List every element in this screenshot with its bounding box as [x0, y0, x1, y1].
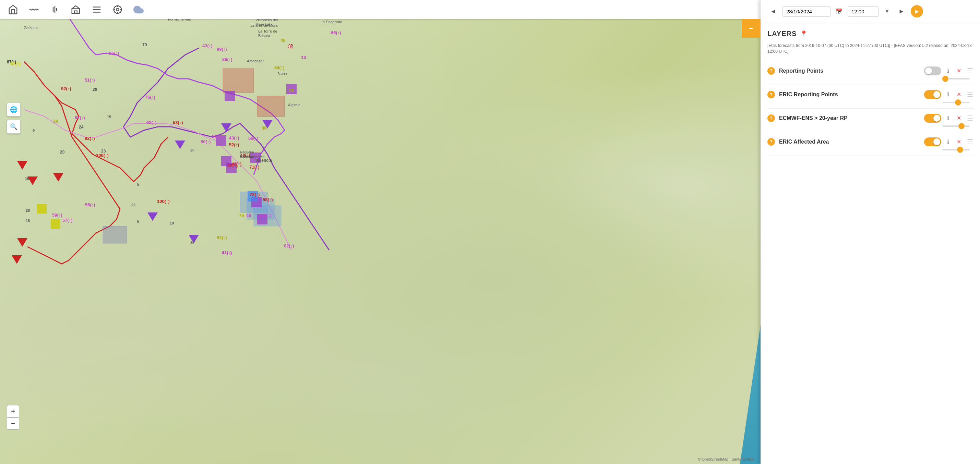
tools-nav-icon[interactable] — [49, 3, 61, 16]
home-nav-icon[interactable] — [7, 3, 19, 16]
panel-collapse-button[interactable]: − — [742, 19, 760, 38]
datetime-row: ◄ 📅 ▼ ► ▶ — [760, 0, 980, 23]
layer-close-button[interactable]: ✕ — [955, 67, 963, 75]
layer-row: ? ECMWF-ENS > 20-year RP ℹ ✕ ☰ — [767, 114, 973, 123]
layers-title: LAYERS — [767, 30, 797, 38]
map-controls: 🌐 🔍 — [7, 103, 21, 133]
layer-name: ERIC Affected Area — [779, 139, 920, 145]
toggle-knob — [933, 138, 940, 145]
layer-slider-row — [767, 126, 973, 127]
layer-slider-row — [767, 149, 973, 151]
layer-item-ecmwf-ens: ? ECMWF-ENS > 20-year RP ℹ ✕ ☰ — [767, 109, 973, 132]
gauge-nav-icon[interactable] — [111, 3, 124, 16]
play-button[interactable]: ▶ — [911, 5, 923, 17]
layer-item-eric-reporting-points: ? ERIC Reporting Points ℹ ✕ ☰ — [767, 85, 973, 109]
map-attribution: © OpenStreetMap | Santa Eulalia — [698, 457, 754, 461]
layer-name: Reporting Points — [779, 68, 920, 74]
cloud-nav-icon[interactable] — [132, 3, 145, 16]
toggle-track — [924, 137, 941, 146]
toggle-knob — [933, 115, 940, 122]
time-dropdown-button[interactable]: ▼ — [882, 6, 892, 16]
drag-handle-icon[interactable]: ☰ — [967, 114, 973, 122]
zoom-out-button[interactable]: − — [7, 417, 19, 430]
opacity-slider[interactable] — [942, 102, 970, 103]
right-panel: − ◄ 📅 ▼ ► ▶ LAYERS 📍 [Efas forecasts fro… — [760, 0, 980, 464]
opacity-slider[interactable] — [942, 126, 970, 127]
layer-slider-row — [767, 102, 973, 103]
layer-row: ? ERIC Reporting Points ℹ ✕ ☰ — [767, 90, 973, 99]
search-button[interactable]: 🔍 — [7, 120, 21, 133]
reporting-points-toggle[interactable] — [924, 67, 941, 75]
layer-help-icon[interactable]: ? — [767, 91, 775, 99]
opacity-slider[interactable] — [942, 78, 970, 79]
layer-slider-row — [767, 78, 973, 79]
layer-info-button[interactable]: ℹ — [945, 114, 951, 122]
layers-pin-icon: 📍 — [800, 30, 808, 38]
toggle-track — [924, 114, 941, 123]
drag-handle-icon[interactable]: ☰ — [967, 138, 973, 146]
opacity-slider[interactable] — [942, 149, 970, 151]
layer-info-button[interactable]: ℹ — [945, 67, 951, 75]
svg-point-113 — [116, 8, 119, 11]
globe-button[interactable]: 🌐 — [7, 103, 21, 116]
ecmwf-ens-toggle[interactable] — [924, 114, 941, 123]
layer-info-button[interactable]: ℹ — [945, 91, 951, 99]
layer-help-icon[interactable]: ? — [767, 138, 775, 146]
layer-close-button[interactable]: ✕ — [955, 91, 963, 99]
layer-name: ERIC Reporting Points — [779, 92, 920, 98]
datetime-next-button[interactable]: ► — [896, 5, 907, 17]
time-input[interactable] — [848, 6, 878, 17]
layer-row: ? ERIC Affected Area ℹ ✕ ☰ — [767, 137, 973, 146]
layer-row: ? Reporting Points ℹ ✕ ☰ — [767, 67, 973, 75]
drag-handle-icon[interactable]: ☰ — [967, 91, 973, 99]
layer-close-button[interactable]: ✕ — [955, 114, 963, 122]
layer-help-icon[interactable]: ? — [767, 114, 775, 122]
layer-name: ECMWF-ENS > 20-year RP — [779, 115, 920, 121]
layer-help-icon[interactable]: ? — [767, 67, 775, 75]
toggle-knob — [925, 68, 932, 75]
zoom-controls: + − — [7, 405, 19, 430]
toggle-knob — [933, 91, 940, 98]
zoom-in-button[interactable]: + — [7, 405, 19, 417]
layer-item-eric-affected-area: ? ERIC Affected Area ℹ ✕ ☰ — [767, 132, 973, 156]
toggle-track — [924, 90, 941, 99]
layer-close-button[interactable]: ✕ — [955, 138, 963, 146]
datetime-prev-button[interactable]: ◄ — [767, 5, 779, 17]
layers-header: LAYERS 📍 — [767, 30, 973, 38]
svg-rect-108 — [75, 11, 77, 13]
layer-info-button[interactable]: ℹ — [945, 138, 951, 146]
wave-nav-icon[interactable] — [28, 3, 40, 16]
panel-content: LAYERS 📍 [Efas forecasts from 2019-10-07… — [760, 23, 980, 464]
collapse-icon: − — [749, 24, 753, 33]
eric-affected-area-toggle[interactable] — [924, 137, 941, 146]
eric-reporting-points-toggle[interactable] — [924, 90, 941, 99]
building-nav-icon[interactable] — [70, 3, 82, 16]
toggle-track — [924, 67, 941, 75]
menu-nav-icon[interactable] — [91, 3, 103, 16]
calendar-button[interactable]: 📅 — [834, 6, 844, 16]
drag-handle-icon[interactable]: ☰ — [967, 67, 973, 75]
layer-item-reporting-points: ? Reporting Points ℹ ✕ ☰ — [767, 61, 973, 85]
date-input[interactable] — [783, 6, 830, 17]
efas-info: [Efas forecasts from 2019-10-07 (00 UTC)… — [767, 43, 973, 54]
